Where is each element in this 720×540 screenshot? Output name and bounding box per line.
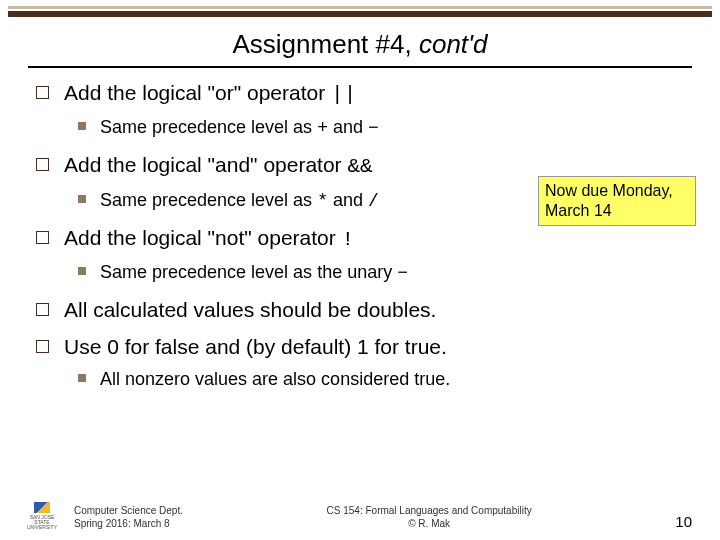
title-main: Assignment #4, <box>232 29 418 59</box>
bullet-not: Add the logical "not" operator ! Same pr… <box>30 223 690 287</box>
title-underline <box>28 66 692 68</box>
bullet-and-text: Add the logical "and" operator <box>64 153 347 176</box>
due-date-callout: Now due Monday, March 14 <box>538 176 696 226</box>
not-operator: ! <box>342 228 355 251</box>
title-italic: cont'd <box>419 29 488 59</box>
bar-light <box>8 6 712 9</box>
bullet-nonzero: All nonzero values are also considered t… <box>64 366 690 393</box>
sjsu-logo: SAN JOSE STATE UNIVERSITY <box>28 502 56 530</box>
slide-content: Add the logical "or" operator || Same pr… <box>0 78 720 393</box>
bullet-not-text: Add the logical "not" operator <box>64 226 342 249</box>
footer-left: Computer Science Dept. Spring 2016: Marc… <box>74 504 183 530</box>
decorative-top-bars <box>0 0 720 17</box>
callout-line2: March 14 <box>545 201 689 221</box>
logo-icon <box>34 502 50 513</box>
and-operator: && <box>347 155 372 178</box>
bar-dark <box>8 11 712 17</box>
bullet-or-text: Add the logical "or" operator <box>64 81 331 104</box>
callout-line1: Now due Monday, <box>545 181 689 201</box>
slide-title: Assignment #4, cont'd <box>0 29 720 60</box>
outer-list: Add the logical "or" operator || Same pr… <box>30 78 690 393</box>
bullet-not-sub: Same precedence level as the unary − <box>64 259 690 287</box>
or-operator: || <box>331 83 356 106</box>
footer-center: CS 154: Formal Languages and Computabili… <box>183 504 675 530</box>
slide-footer: SAN JOSE STATE UNIVERSITY Computer Scien… <box>0 502 720 530</box>
bullet-or: Add the logical "or" operator || Same pr… <box>30 78 690 142</box>
bullet-doubles: All calculated values should be doubles. <box>30 295 690 325</box>
bullet-true-false: Use 0 for false and (by default) 1 for t… <box>30 332 690 393</box>
logo-text: SAN JOSE STATE UNIVERSITY <box>27 515 57 530</box>
bullet-or-sub: Same precedence level as + and − <box>64 114 690 142</box>
page-number: 10 <box>675 513 692 530</box>
